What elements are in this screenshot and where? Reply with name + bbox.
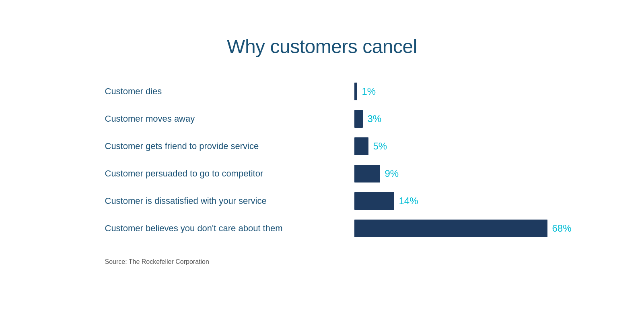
bar-area: 14% (354, 192, 539, 210)
chart-row: Customer gets friend to provide service … (105, 133, 539, 160)
bar-value-label: 1% (362, 86, 376, 97)
chart-row: Customer moves away 3% (105, 105, 539, 133)
bar-value-label: 5% (373, 141, 387, 152)
bar-area: 1% (354, 83, 539, 100)
chart-row: Customer is dissatisfied with your servi… (105, 187, 539, 215)
chart-row: Customer dies 1% (105, 78, 539, 105)
bar (354, 165, 380, 182)
bar (354, 83, 357, 100)
row-label: Customer is dissatisfied with your servi… (105, 196, 354, 206)
chart-row: Customer believes you don't care about t… (105, 215, 539, 242)
row-label: Customer believes you don't care about t… (105, 223, 354, 234)
bar-value-label: 14% (399, 195, 418, 207)
bar-area: 9% (354, 165, 539, 182)
row-label: Customer moves away (105, 114, 354, 124)
chart-title: Why customers cancel (105, 35, 539, 58)
bar-area: 68% (354, 220, 572, 237)
row-label: Customer dies (105, 86, 354, 97)
chart-rows: Customer dies 1% Customer moves away 3% … (105, 78, 539, 242)
chart-row: Customer persuaded to go to competitor 9… (105, 160, 539, 187)
bar-value-label: 3% (368, 113, 382, 124)
chart-container: Why customers cancel Customer dies 1% Cu… (81, 19, 564, 290)
bar (354, 192, 394, 210)
bar (354, 110, 363, 128)
bar (354, 137, 368, 155)
source-text: Source: The Rockefeller Corporation (105, 258, 539, 265)
row-label: Customer gets friend to provide service (105, 141, 354, 151)
bar-area: 5% (354, 137, 539, 155)
row-label: Customer persuaded to go to competitor (105, 168, 354, 179)
bar (354, 220, 547, 237)
bar-area: 3% (354, 110, 539, 128)
bar-value-label: 9% (385, 168, 399, 179)
bar-value-label: 68% (552, 223, 572, 234)
